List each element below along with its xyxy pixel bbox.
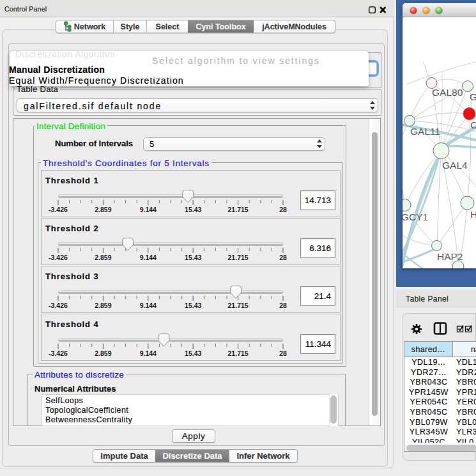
- svg-text:GAL80: GAL80: [432, 87, 463, 98]
- svg-text:15.43: 15.43: [185, 254, 201, 261]
- svg-text:GAL4: GAL4: [442, 160, 468, 171]
- svg-text:-3.426: -3.426: [49, 302, 68, 309]
- svg-text:GA: GA: [470, 91, 476, 102]
- svg-text:28: 28: [279, 349, 287, 357]
- svg-text:9.144: 9.144: [140, 349, 157, 357]
- svg-text:9.144: 9.144: [140, 206, 157, 213]
- svg-text:21.715: 21.715: [228, 206, 249, 213]
- svg-text:15.43: 15.43: [185, 349, 201, 357]
- svg-text:28: 28: [279, 254, 287, 261]
- svg-text:28: 28: [279, 302, 287, 309]
- svg-text:HAP2: HAP2: [437, 251, 463, 262]
- svg-text:2.859: 2.859: [95, 206, 111, 213]
- svg-text:GAL11: GAL11: [410, 126, 440, 137]
- svg-text:21.715: 21.715: [228, 302, 249, 309]
- svg-text:-3.426: -3.426: [49, 206, 68, 213]
- svg-text:HI: HI: [470, 209, 476, 220]
- svg-text:9.144: 9.144: [140, 302, 157, 309]
- svg-text:9.144: 9.144: [140, 254, 157, 261]
- svg-text:21.715: 21.715: [228, 254, 249, 261]
- svg-text:2.859: 2.859: [95, 302, 111, 309]
- svg-text:GCY1: GCY1: [403, 211, 428, 222]
- svg-text:2.859: 2.859: [95, 349, 111, 357]
- svg-text:CY: CY: [470, 119, 476, 130]
- svg-text:28: 28: [279, 206, 287, 213]
- svg-text:-3.426: -3.426: [49, 254, 68, 261]
- svg-text:-3.426: -3.426: [49, 349, 68, 357]
- svg-text:15.43: 15.43: [185, 302, 201, 309]
- svg-text:2.859: 2.859: [95, 254, 111, 261]
- svg-text:21.715: 21.715: [228, 349, 249, 357]
- svg-text:15.43: 15.43: [185, 206, 201, 213]
